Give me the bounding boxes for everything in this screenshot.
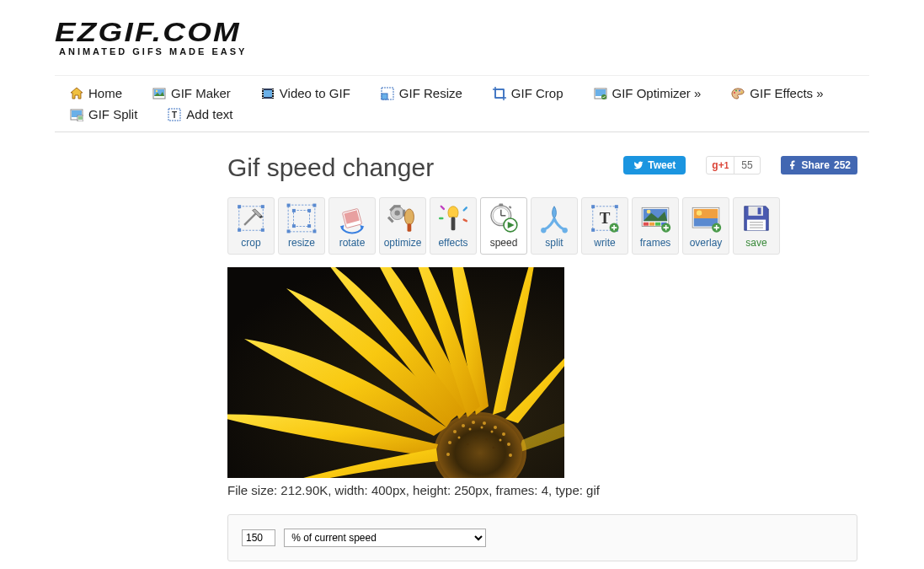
svg-rect-10: [262, 97, 264, 98]
tool-save[interactable]: save: [733, 197, 780, 255]
svg-rect-82: [655, 223, 660, 226]
tweet-label: Tweet: [648, 159, 676, 171]
svg-point-112: [491, 431, 494, 433]
nav-gif-optimizer[interactable]: GIF Optimizer »: [579, 83, 717, 104]
effects-tool-icon: [435, 201, 471, 235]
tool-label: frames: [634, 237, 676, 249]
svg-rect-14: [272, 97, 274, 98]
tool-overlay[interactable]: overlay: [682, 197, 729, 255]
svg-point-100: [462, 424, 465, 427]
crop-tool-icon: [233, 201, 269, 235]
fb-share-label: Share: [802, 159, 830, 171]
nav-label: Video to GIF: [280, 86, 350, 100]
svg-rect-38: [238, 228, 241, 232]
nav-home[interactable]: Home: [55, 83, 137, 104]
svg-rect-37: [261, 205, 264, 208]
svg-point-104: [502, 432, 505, 436]
tool-label: speed: [483, 237, 525, 249]
svg-rect-46: [292, 209, 296, 212]
nav-video-to-gif[interactable]: Video to GIF: [246, 83, 366, 104]
svg-point-107: [446, 453, 450, 456]
tool-label: resize: [280, 237, 323, 249]
nav-label: GIF Effects »: [750, 86, 823, 100]
gplus-button[interactable]: g+1 55: [706, 156, 760, 174]
nav-label: GIF Maker: [171, 86, 231, 100]
svg-point-115: [475, 437, 478, 439]
svg-point-111: [481, 427, 483, 429]
logo-main: EZGIF.COM: [55, 17, 924, 48]
svg-point-117: [493, 447, 495, 449]
svg-rect-59: [408, 223, 412, 232]
nav-label: GIF Resize: [399, 86, 462, 100]
fb-share-button[interactable]: Share 252: [781, 156, 857, 174]
svg-rect-47: [307, 209, 311, 212]
speed-form: % of current speed: [227, 514, 857, 561]
svg-rect-40: [288, 205, 315, 232]
svg-point-108: [509, 454, 512, 457]
svg-rect-36: [238, 205, 241, 208]
svg-rect-60: [451, 217, 456, 230]
svg-point-79: [647, 210, 651, 214]
nav-gif-crop[interactable]: GIF Crop: [478, 83, 579, 104]
overlay-tool-icon: [688, 201, 724, 235]
tool-split[interactable]: split: [531, 197, 578, 255]
optimize-icon: [594, 87, 607, 100]
tool-label: save: [735, 237, 777, 249]
svg-point-116: [486, 438, 489, 441]
svg-point-53: [395, 211, 400, 216]
speed-tool-icon: [486, 201, 521, 235]
tool-label: effects: [432, 237, 474, 249]
svg-point-114: [467, 443, 469, 446]
svg-rect-32: [78, 116, 83, 120]
nav-gif-maker[interactable]: GIF Maker: [137, 83, 246, 104]
nav-gif-resize[interactable]: GIF Resize: [366, 83, 478, 104]
twitter-icon: [633, 160, 644, 170]
svg-rect-71: [591, 205, 595, 208]
crop-icon: [493, 87, 506, 100]
svg-text:T: T: [172, 110, 177, 120]
tool-label: optimize: [382, 237, 424, 249]
nav-gif-split[interactable]: GIF Split: [55, 104, 152, 125]
svg-rect-11: [272, 89, 274, 90]
svg-point-105: [448, 441, 451, 444]
svg-rect-72: [615, 205, 618, 208]
svg-rect-44: [312, 229, 316, 233]
svg-rect-48: [292, 224, 296, 228]
svg-point-27: [739, 89, 740, 91]
svg-point-2: [156, 89, 158, 91]
optimize-tool-icon: [385, 201, 420, 235]
image-icon: [152, 87, 166, 100]
svg-rect-39: [261, 228, 264, 232]
svg-point-28: [741, 91, 743, 93]
resize-tool-icon: [284, 201, 319, 235]
nav-add-text[interactable]: T Add text: [152, 104, 248, 125]
svg-point-113: [499, 439, 502, 442]
tool-resize[interactable]: resize: [278, 197, 325, 255]
speed-input[interactable]: [242, 529, 275, 546]
home-icon: [70, 87, 83, 100]
tweet-button[interactable]: Tweet: [623, 156, 686, 174]
nav-gif-effects[interactable]: GIF Effects »: [716, 83, 838, 104]
tool-label: overlay: [685, 237, 727, 249]
svg-rect-45: [294, 211, 310, 227]
svg-point-101: [472, 421, 475, 424]
tool-frames[interactable]: frames: [632, 197, 679, 255]
tool-effects[interactable]: effects: [430, 197, 477, 255]
tool-row: crop resize rotate optimize effects spee: [227, 197, 857, 255]
fb-share-count: 252: [834, 159, 851, 171]
tool-rotate[interactable]: rotate: [328, 197, 376, 255]
svg-point-99: [453, 430, 457, 433]
svg-rect-49: [307, 224, 311, 228]
save-tool-icon: [739, 201, 774, 235]
file-info: File size: 212.90K, width: 400px, height…: [227, 483, 857, 497]
tool-write[interactable]: T write: [581, 197, 628, 255]
film-icon: [261, 87, 275, 100]
text-icon: T: [168, 108, 181, 121]
speed-mode-select[interactable]: % of current speed: [284, 529, 486, 547]
tool-crop[interactable]: crop: [227, 197, 275, 255]
site-logo[interactable]: EZGIF.COM ANIMATED GIFS MADE EASY: [55, 17, 869, 56]
tool-optimize[interactable]: optimize: [379, 197, 426, 255]
tool-speed[interactable]: speed: [480, 197, 527, 255]
svg-point-103: [494, 426, 497, 429]
share-row: Tweet g+1 55 Share 252: [623, 156, 857, 174]
